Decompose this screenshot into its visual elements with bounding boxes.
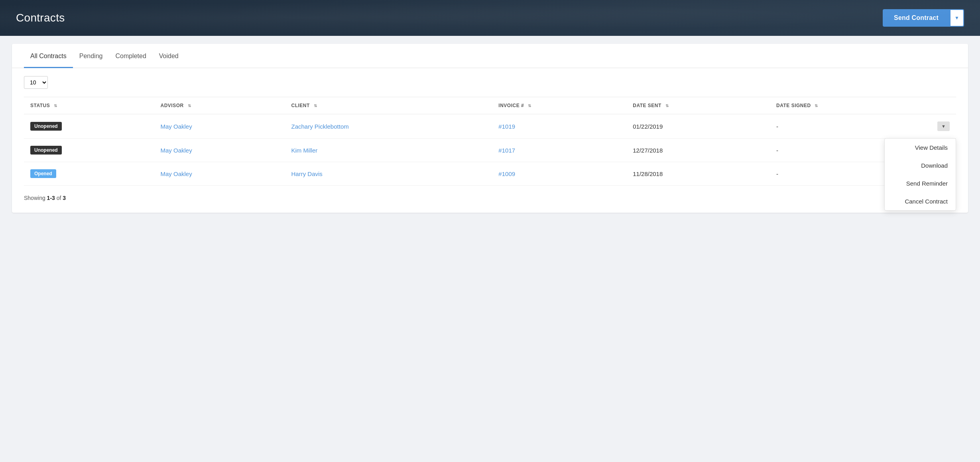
tab-completed[interactable]: Completed bbox=[109, 44, 152, 68]
status-badge-opened-3: Opened bbox=[30, 169, 56, 178]
table-row: Opened May Oakley Harry Davis #1009 11/2… bbox=[24, 162, 956, 186]
col-header-client[interactable]: CLIENT ⇅ bbox=[285, 97, 492, 114]
cell-advisor-3: May Oakley bbox=[154, 162, 285, 186]
dropdown-item-view-details[interactable]: View Details bbox=[885, 139, 956, 157]
row-action-button-1[interactable]: ▼ bbox=[937, 121, 950, 131]
col-header-actions bbox=[931, 97, 956, 114]
table-controls: 10 25 50 bbox=[12, 68, 968, 97]
invoice-link-3[interactable]: #1009 bbox=[498, 170, 515, 177]
sort-icon-date-signed: ⇅ bbox=[815, 104, 818, 108]
cell-action-1: ▼ View Details Download Send Reminder Ca… bbox=[931, 114, 956, 139]
table-row: Unopened May Oakley Zachary Picklebottom… bbox=[24, 114, 956, 139]
per-page-select[interactable]: 10 25 50 bbox=[24, 76, 48, 89]
advisor-link-3[interactable]: May Oakley bbox=[160, 170, 192, 177]
contracts-table: STATUS ⇅ ADVISOR ⇅ CLIENT ⇅ INVOICE # ⇅ bbox=[24, 97, 956, 186]
dropdown-item-send-reminder[interactable]: Send Reminder bbox=[885, 174, 956, 192]
invoice-link-1[interactable]: #1019 bbox=[498, 123, 515, 130]
tab-all-contracts[interactable]: All Contracts bbox=[24, 44, 73, 68]
status-badge-unopened-1: Unopened bbox=[30, 122, 62, 131]
sort-icon-invoice: ⇅ bbox=[528, 104, 531, 108]
sort-icon-client: ⇅ bbox=[314, 104, 317, 108]
advisor-link-2[interactable]: May Oakley bbox=[160, 147, 192, 154]
cell-date-signed-1: - bbox=[770, 114, 931, 139]
page-title: Contracts bbox=[16, 12, 65, 24]
tab-voided[interactable]: Voided bbox=[153, 44, 185, 68]
cell-advisor-1: May Oakley bbox=[154, 114, 285, 139]
showing-text: Showing 1-3 of 3 bbox=[24, 195, 66, 201]
table-footer: Showing 1-3 of 3 ‹ 1 › bbox=[12, 186, 968, 213]
sort-icon-date-sent: ⇅ bbox=[665, 104, 669, 108]
client-link-2[interactable]: Kim Miller bbox=[291, 147, 318, 154]
sort-icon-status: ⇅ bbox=[54, 104, 57, 108]
send-contract-button[interactable]: Send Contract bbox=[883, 9, 950, 27]
send-contract-dropdown-button[interactable]: ▼ bbox=[950, 9, 964, 27]
table-header-row: STATUS ⇅ ADVISOR ⇅ CLIENT ⇅ INVOICE # ⇅ bbox=[24, 97, 956, 114]
cell-client-1: Zachary Picklebottom bbox=[285, 114, 492, 139]
col-header-date-signed[interactable]: DATE SIGNED ⇅ bbox=[770, 97, 931, 114]
col-header-status[interactable]: STATUS ⇅ bbox=[24, 97, 154, 114]
table-row: Unopened May Oakley Kim Miller #1017 12/… bbox=[24, 139, 956, 162]
dropdown-item-download[interactable]: Download bbox=[885, 157, 956, 174]
tabs-container: All Contracts Pending Completed Voided bbox=[12, 44, 968, 68]
cell-client-2: Kim Miller bbox=[285, 139, 492, 162]
cell-status-3: Opened bbox=[24, 162, 154, 186]
cell-date-sent-2: 12/27/2018 bbox=[626, 139, 770, 162]
main-content: All Contracts Pending Completed Voided 1… bbox=[12, 44, 968, 213]
tab-pending[interactable]: Pending bbox=[73, 44, 109, 68]
cell-status-2: Unopened bbox=[24, 139, 154, 162]
dropdown-item-cancel-contract[interactable]: Cancel Contract bbox=[885, 192, 956, 210]
invoice-link-2[interactable]: #1017 bbox=[498, 147, 515, 154]
cell-invoice-1: #1019 bbox=[492, 114, 626, 139]
header-actions: Send Contract ▼ bbox=[883, 9, 964, 27]
client-link-3[interactable]: Harry Davis bbox=[291, 170, 323, 177]
sort-icon-advisor: ⇅ bbox=[188, 104, 191, 108]
col-header-invoice[interactable]: INVOICE # ⇅ bbox=[492, 97, 626, 114]
status-badge-unopened-2: Unopened bbox=[30, 146, 62, 155]
cell-client-3: Harry Davis bbox=[285, 162, 492, 186]
page-header: Contracts Send Contract ▼ bbox=[0, 0, 980, 36]
advisor-link-1[interactable]: May Oakley bbox=[160, 123, 192, 130]
cell-invoice-2: #1017 bbox=[492, 139, 626, 162]
cell-status-1: Unopened bbox=[24, 114, 154, 139]
chevron-down-icon: ▼ bbox=[954, 15, 959, 21]
col-header-date-sent[interactable]: DATE SENT ⇅ bbox=[626, 97, 770, 114]
cell-invoice-3: #1009 bbox=[492, 162, 626, 186]
cell-date-sent-3: 11/28/2018 bbox=[626, 162, 770, 186]
client-link-1[interactable]: Zachary Picklebottom bbox=[291, 123, 349, 130]
contracts-table-container: STATUS ⇅ ADVISOR ⇅ CLIENT ⇅ INVOICE # ⇅ bbox=[12, 97, 968, 186]
cell-date-sent-1: 01/22/2019 bbox=[626, 114, 770, 139]
cell-advisor-2: May Oakley bbox=[154, 139, 285, 162]
col-header-advisor[interactable]: ADVISOR ⇅ bbox=[154, 97, 285, 114]
chevron-down-icon-row-1: ▼ bbox=[941, 124, 946, 129]
row-dropdown-menu-1: View Details Download Send Reminder Canc… bbox=[884, 138, 956, 211]
